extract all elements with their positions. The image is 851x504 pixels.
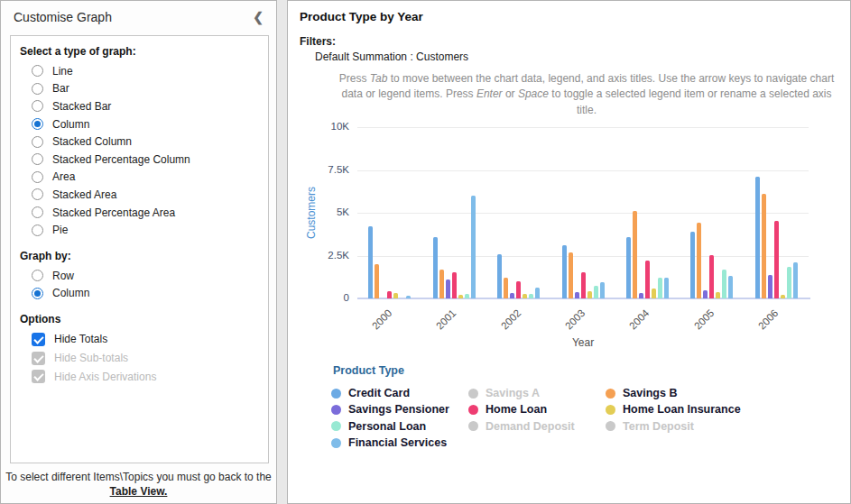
bar-personal-loan-2001: [465, 294, 469, 298]
radio-icon[interactable]: [32, 65, 43, 77]
bar-home-loan-2002: [516, 281, 521, 298]
radio-graph-type-bar[interactable]: Bar: [32, 80, 268, 98]
graph-options-box: Select a type of graph: LineBarStacked B…: [10, 35, 269, 463]
bar-financial-services-2005: [728, 276, 733, 298]
legend-swatch-icon: [331, 389, 341, 399]
radio-graph-by-column[interactable]: Column: [32, 285, 268, 303]
checkbox-icon[interactable]: [32, 333, 45, 346]
bar-financial-services-2002: [535, 288, 540, 298]
radio-icon[interactable]: [32, 100, 43, 112]
checkbox-hide-sub-totals: Hide Sub-totals: [32, 349, 268, 368]
bar-home-loan-2000: [387, 291, 392, 298]
radio-graph-type-stacked-percentage-column[interactable]: Stacked Percentage Column: [32, 151, 268, 169]
y-axis-title[interactable]: Customers: [305, 181, 318, 244]
bar-personal-loan-2002: [529, 294, 533, 298]
bar-financial-services-2004: [664, 278, 669, 298]
radio-graph-type-line[interactable]: Line: [32, 62, 268, 80]
bar-home-loan-insurance-2003: [587, 291, 592, 298]
radio-graph-by-row[interactable]: Row: [32, 267, 268, 285]
checkbox-hide-totals[interactable]: Hide Totals: [32, 330, 268, 349]
options-heading: Options: [20, 313, 268, 325]
legend-label: Financial Services: [348, 436, 447, 449]
bar-credit-card-2002: [497, 254, 502, 298]
legend-item-home-loan[interactable]: Home Loan: [468, 401, 606, 417]
radio-graph-type-stacked-bar[interactable]: Stacked Bar: [32, 97, 268, 115]
gridline: [357, 127, 809, 128]
legend-item-personal-loan[interactable]: Personal Loan: [331, 418, 468, 435]
legend-swatch-icon: [468, 405, 478, 415]
checkbox-hide-axis-derivations: Hide Axis Derivations: [32, 367, 268, 386]
legend-label: Savings Pensioner: [348, 403, 449, 416]
chart-panel: Product Type by Year Filters: Default Su…: [287, 0, 851, 504]
legend-item-savings-a[interactable]: Savings A: [468, 385, 606, 401]
legend-item-financial-services[interactable]: Financial Services: [331, 435, 468, 451]
legend-title: Product Type: [333, 364, 404, 377]
radio-icon[interactable]: [32, 153, 43, 165]
footer-note: To select different Items\Topics you mus…: [1, 470, 276, 499]
table-view-link[interactable]: Table View.: [110, 485, 168, 498]
checkbox-icon: [32, 370, 45, 383]
bar-personal-loan-2006: [787, 267, 791, 298]
bar-financial-services-2003: [600, 282, 605, 298]
options-checkbox-group: Hide TotalsHide Sub-totalsHide Axis Deri…: [32, 330, 268, 386]
radio-graph-type-stacked-percentage-area[interactable]: Stacked Percentage Area: [32, 204, 268, 222]
bar-credit-card-2000: [368, 226, 373, 298]
radio-label: Stacked Bar: [52, 100, 111, 113]
radio-label: Stacked Area: [52, 188, 116, 201]
radio-icon[interactable]: [32, 118, 43, 130]
y-axis-tick-label: 7.5K: [313, 164, 349, 175]
bar-home-loan-insurance-2002: [523, 294, 527, 298]
legend-item-savings-b[interactable]: Savings B: [606, 385, 786, 401]
graph-by-radio-group: RowColumn: [32, 267, 268, 302]
bar-savings-pensioner-2005: [703, 290, 708, 298]
checkbox-label: Hide Sub-totals: [54, 352, 128, 364]
bar-credit-card-2006: [755, 177, 760, 298]
collapse-panel-icon[interactable]: ❮: [249, 10, 267, 24]
legend-label: Savings B: [623, 387, 677, 399]
graph-by-heading: Graph by:: [20, 250, 268, 262]
radio-graph-type-area[interactable]: Area: [32, 169, 268, 187]
radio-graph-type-stacked-area[interactable]: Stacked Area: [32, 186, 268, 204]
bar-personal-loan-2003: [594, 286, 598, 298]
bar-financial-services-2001: [471, 196, 476, 298]
bar-credit-card-2001: [433, 237, 438, 298]
radio-graph-type-pie[interactable]: Pie: [32, 221, 268, 239]
bar-financial-services-2000: [406, 296, 411, 298]
bar-savings-pensioner-2006: [768, 275, 772, 298]
radio-graph-type-stacked-column[interactable]: Stacked Column: [32, 133, 268, 151]
legend-swatch-icon: [606, 405, 615, 415]
legend-item-demand-deposit[interactable]: Demand Deposit: [468, 418, 606, 435]
bar-home-loan-2005: [709, 255, 714, 298]
radio-icon[interactable]: [32, 270, 43, 281]
bar-credit-card-2003: [562, 245, 567, 298]
legend-item-home-loan-insurance[interactable]: Home Loan Insurance: [606, 401, 786, 417]
radio-icon[interactable]: [32, 136, 43, 148]
bar-savings-b-2002: [504, 278, 508, 298]
graph-type-heading: Select a type of graph:: [20, 45, 268, 58]
legend-item-term-deposit[interactable]: Term Deposit: [606, 418, 786, 435]
radio-icon[interactable]: [32, 206, 43, 218]
graph-type-radio-group: LineBarStacked BarColumnStacked ColumnSt…: [32, 62, 268, 239]
radio-icon[interactable]: [32, 171, 43, 183]
legend-swatch-icon: [331, 405, 341, 415]
radio-label: Pie: [52, 224, 68, 236]
legend-item-savings-pensioner[interactable]: Savings Pensioner: [331, 401, 468, 417]
radio-graph-type-column[interactable]: Column: [32, 115, 268, 133]
legend-swatch-icon: [606, 389, 615, 399]
radio-icon[interactable]: [32, 225, 43, 236]
legend-swatch-icon: [468, 421, 478, 431]
bar-savings-pensioner-2001: [446, 279, 450, 298]
radio-icon[interactable]: [32, 288, 43, 299]
radio-label: Stacked Column: [52, 135, 132, 148]
radio-label: Line: [52, 65, 73, 78]
radio-icon[interactable]: [32, 83, 43, 95]
bar-home-loan-2004: [645, 261, 650, 298]
bar-credit-card-2005: [690, 232, 695, 298]
legend-swatch-icon: [331, 438, 341, 448]
bar-home-loan-insurance-2001: [458, 295, 463, 298]
legend-item-credit-card[interactable]: Credit Card: [331, 385, 468, 401]
radio-icon[interactable]: [32, 188, 43, 200]
x-axis-title[interactable]: Year: [357, 336, 809, 349]
legend-swatch-icon: [331, 421, 341, 431]
bar-personal-loan-2005: [722, 270, 726, 298]
